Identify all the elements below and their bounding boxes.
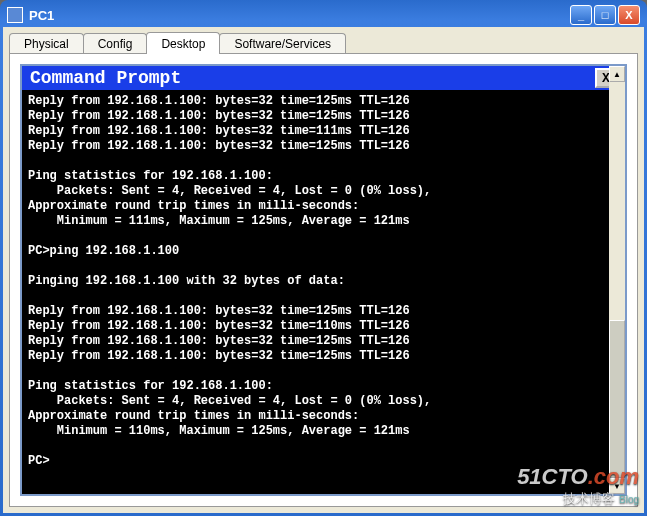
command-prompt-title: Command Prompt bbox=[30, 68, 595, 88]
tab-software-services[interactable]: Software/Services bbox=[219, 33, 346, 54]
maximize-button[interactable]: □ bbox=[594, 5, 616, 25]
minimize-button[interactable]: _ bbox=[570, 5, 592, 25]
command-prompt-output[interactable]: Reply from 192.168.1.100: bytes=32 time=… bbox=[22, 90, 625, 494]
scroll-track[interactable] bbox=[609, 82, 625, 478]
window-controls: _ □ X bbox=[570, 5, 640, 25]
tab-config[interactable]: Config bbox=[83, 33, 148, 54]
command-prompt-window: Command Prompt X Reply from 192.168.1.10… bbox=[20, 64, 627, 496]
app-window: PC1 _ □ X Physical Config Desktop Softwa… bbox=[0, 0, 647, 516]
tab-desktop[interactable]: Desktop bbox=[146, 32, 220, 54]
app-icon bbox=[7, 7, 23, 23]
scroll-thumb[interactable] bbox=[609, 320, 625, 478]
window-title: PC1 bbox=[29, 8, 570, 23]
client-area: Physical Config Desktop Software/Service… bbox=[3, 27, 644, 513]
scrollbar[interactable]: ▲ ▼ bbox=[609, 66, 625, 494]
scroll-down-button[interactable]: ▼ bbox=[609, 478, 625, 494]
titlebar[interactable]: PC1 _ □ X bbox=[3, 3, 644, 27]
scroll-up-button[interactable]: ▲ bbox=[609, 66, 625, 82]
tab-content: Command Prompt X Reply from 192.168.1.10… bbox=[9, 53, 638, 507]
close-button[interactable]: X bbox=[618, 5, 640, 25]
command-prompt-titlebar[interactable]: Command Prompt X bbox=[22, 66, 625, 90]
tab-strip: Physical Config Desktop Software/Service… bbox=[3, 27, 644, 54]
tab-physical[interactable]: Physical bbox=[9, 33, 84, 54]
